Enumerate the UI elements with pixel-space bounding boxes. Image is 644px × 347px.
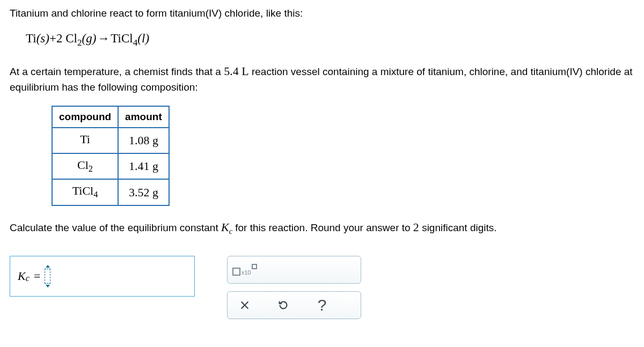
header-amount: amount bbox=[118, 106, 169, 128]
exponent-placeholder-icon bbox=[252, 264, 257, 269]
table-row: Cl2 1.41 g bbox=[52, 153, 169, 179]
close-icon bbox=[239, 299, 251, 311]
toolbox-row-sci: x10 bbox=[227, 256, 361, 284]
header-compound: compound bbox=[52, 106, 118, 128]
help-button[interactable]: ? bbox=[312, 296, 332, 315]
toolbox: x10 ? bbox=[227, 256, 361, 319]
reset-button[interactable] bbox=[274, 296, 293, 315]
mantissa-placeholder-icon bbox=[232, 268, 240, 276]
undo-icon bbox=[277, 299, 289, 311]
composition-table: compound amount Ti 1.08 g Cl2 1.41 g TiC… bbox=[52, 106, 170, 206]
table-row: TiCl4 3.52 g bbox=[52, 179, 169, 205]
question-prompt: Calculate the value of the equilibrium c… bbox=[10, 219, 634, 237]
context-paragraph: At a certain temperature, a chemist find… bbox=[10, 63, 634, 94]
reaction-equation: Ti(s)+2 Cl2(g)→TiCl4(l) bbox=[26, 32, 634, 48]
reactant-cl2: 2 Cl2(g) bbox=[56, 32, 96, 45]
input-cursor[interactable] bbox=[45, 269, 50, 284]
scientific-notation-button[interactable]: x10 bbox=[235, 260, 254, 279]
intro-text: Titanium and chlorine react to form tita… bbox=[10, 6, 634, 21]
product-ticl4: TiCl4(l) bbox=[111, 32, 149, 45]
clear-button[interactable] bbox=[235, 296, 254, 315]
equals-sign: = bbox=[34, 269, 40, 283]
table-row: Ti 1.08 g bbox=[52, 128, 169, 153]
reactant-ti: Ti(s) bbox=[26, 32, 49, 45]
reaction-arrow: → bbox=[97, 32, 109, 46]
toolbox-row-actions: ? bbox=[227, 291, 361, 319]
times-ten-label: x10 bbox=[241, 269, 251, 276]
answer-k-symbol: K bbox=[18, 269, 26, 283]
answer-input-box[interactable]: Kc = bbox=[10, 256, 195, 297]
answer-k-subscript: c bbox=[26, 273, 30, 284]
